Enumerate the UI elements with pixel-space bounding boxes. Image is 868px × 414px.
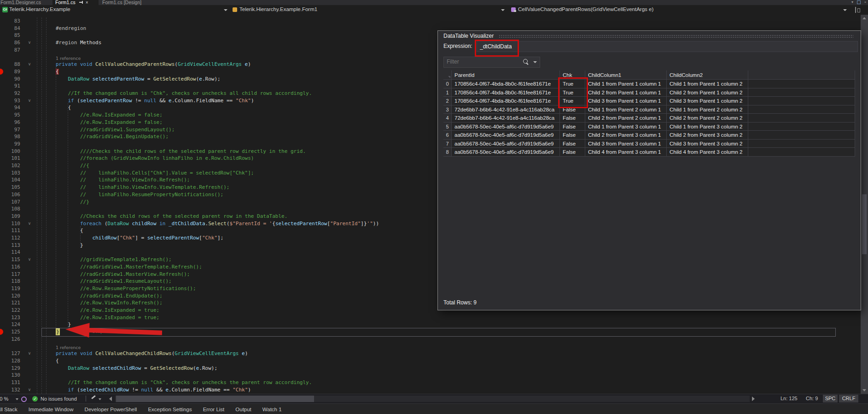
grid-cell[interactable]: False <box>560 148 585 157</box>
chevron-down-icon[interactable]: ▾ <box>851 0 854 4</box>
scrollbar-thumb[interactable] <box>862 194 867 254</box>
grid-header-cell[interactable] <box>443 70 452 80</box>
status-line-number[interactable]: Ln: 125 <box>781 396 798 401</box>
scroll-up-icon[interactable] <box>862 17 866 19</box>
grid-row[interactable]: 372de6bb7-b6b6-4c42-91e8-a4c116ab28caFal… <box>443 105 855 114</box>
grid-cell[interactable]: Child 2 from Parent 2 column 2 <box>667 114 748 122</box>
grid-cell[interactable]: 8 <box>443 148 452 157</box>
grid-cell[interactable]: Child 2 from Parent 3 column 2 <box>667 131 748 140</box>
search-icon[interactable] <box>523 59 528 64</box>
grid-cell[interactable]: aa0b5678-50ec-40e5-af6c-d7d919d5a6e9 <box>452 131 560 140</box>
code-cleanup-icon[interactable] <box>91 395 96 399</box>
issues-status[interactable]: No issues found <box>41 396 77 402</box>
panel-tab[interactable]: Error List <box>203 407 225 412</box>
grid-cell[interactable]: 1 <box>443 88 452 97</box>
editor-vertical-scrollbar[interactable] <box>861 15 868 394</box>
grid-cell[interactable]: Child 3 from Parent 1 column 1 <box>585 97 667 105</box>
close-icon[interactable]: × <box>86 0 88 5</box>
code-line[interactable]: 83 <box>0 17 861 25</box>
grid-cell[interactable]: Child 2 from Parent 2 column 1 <box>585 114 667 122</box>
grid-row[interactable]: 0170856c4-0f67-4bda-8b0c-f61fee81671eTru… <box>443 80 855 88</box>
grid-cell[interactable]: Child 1 from Parent 2 column 2 <box>667 105 748 114</box>
panel-tab[interactable]: Call Stack <box>0 407 17 412</box>
grid-cell[interactable] <box>748 131 855 140</box>
document-tab[interactable]: Form1.Designer.cs <box>0 0 52 5</box>
type-dropdown[interactable]: Telerik.Hierarchy.Example.Form1 <box>230 5 509 15</box>
status-column-number[interactable]: Ch: 9 <box>806 396 818 401</box>
panel-tab[interactable]: Developer PowerShell <box>85 407 137 412</box>
grid-cell[interactable]: Child 3 from Parent 3 column 1 <box>585 140 667 148</box>
grid-row[interactable]: 6aa0b5678-50ec-40e5-af6c-d7d919d5a6e9Fal… <box>443 131 855 140</box>
grid-row[interactable]: 1170856c4-0f67-4bda-8b0c-f61fee81671eTru… <box>443 88 855 97</box>
scrollbar-thumb[interactable] <box>116 396 314 402</box>
grid-header-cell[interactable]: ChildColumn1 <box>585 70 667 80</box>
window-list-icon[interactable] <box>857 0 861 4</box>
grid-cell[interactable] <box>748 140 855 148</box>
grid-cell[interactable]: Child 1 from Parent 2 column 1 <box>585 105 667 114</box>
grid-cell[interactable] <box>748 88 855 97</box>
codelens-row[interactable]: 1 reference <box>0 343 861 350</box>
grid-cell[interactable]: False <box>560 122 585 131</box>
grid-cell[interactable]: Child 2 from Parent 1 column 1 <box>585 88 667 97</box>
horizontal-scrollbar[interactable] <box>115 396 750 402</box>
filter-input[interactable] <box>444 57 523 66</box>
panel-tab[interactable]: Watch 1 <box>262 407 282 412</box>
grid-cell[interactable]: Child 1 from Parent 1 column 2 <box>667 80 748 88</box>
chevron-down-icon[interactable] <box>16 398 18 400</box>
code-line[interactable]: 123 //e.Row.IsExpanded = true; <box>0 314 861 321</box>
project-dropdown[interactable]: C# Telerik.Hierarchy.Example <box>0 5 230 15</box>
grid-cell[interactable]: 5 <box>443 122 452 131</box>
grid-cell[interactable]: 170856c4-0f67-4bda-8b0c-f61fee81671e <box>452 97 560 105</box>
scroll-left-icon[interactable] <box>109 397 112 401</box>
panel-tab[interactable]: Exception Settings <box>148 407 192 412</box>
grid-cell[interactable]: False <box>560 114 585 122</box>
grid-cell[interactable]: False <box>560 131 585 140</box>
grid-cell[interactable] <box>748 97 855 105</box>
code-line[interactable]: 131 //If the changed column is "Chk", ch… <box>0 379 861 386</box>
document-tab[interactable]: Form1.cs× <box>52 0 99 5</box>
grid-cell[interactable]: aa0b5678-50ec-40e5-af6c-d7d919d5a6e9 <box>452 122 560 131</box>
grid-cell[interactable]: Child 3 from Parent 3 column 2 <box>667 140 748 148</box>
panel-tab[interactable]: Immediate Window <box>29 407 74 412</box>
grid-row[interactable]: 8aa0b5678-50ec-40e5-af6c-d7d919d5a6e9Fal… <box>443 148 855 157</box>
grid-cell[interactable]: Child 1 from Parent 3 column 1 <box>585 122 667 131</box>
member-dropdown[interactable]: CellValueChangedParentRows(GridViewCellE… <box>509 5 853 15</box>
panel-tab[interactable]: Output <box>235 407 251 412</box>
grid-cell[interactable] <box>748 122 855 131</box>
grid-cell[interactable]: 72de6bb7-b6b6-4c42-91e8-a4c116ab28ca <box>452 114 560 122</box>
grid-cell[interactable]: 170856c4-0f67-4bda-8b0c-f61fee81671e <box>452 80 560 88</box>
status-spaces-toggle[interactable]: SPC <box>823 395 838 402</box>
grid-cell[interactable]: aa0b5678-50ec-40e5-af6c-d7d919d5a6e9 <box>452 148 560 157</box>
status-line-ending-toggle[interactable]: CRLF <box>839 395 858 402</box>
pin-icon[interactable] <box>79 0 83 4</box>
code-line[interactable]: 127∨ private void CellValueChangedChildR… <box>0 350 861 357</box>
grid-cell[interactable]: 170856c4-0f67-4bda-8b0c-f61fee81671e <box>452 88 560 97</box>
grid-cell[interactable]: 72de6bb7-b6b6-4c42-91e8-a4c116ab28ca <box>452 105 560 114</box>
grid-cell[interactable]: 0 <box>443 80 452 88</box>
grid-cell[interactable]: Child 2 from Parent 3 column 1 <box>585 131 667 140</box>
grid-cell[interactable] <box>748 105 855 114</box>
code-health-icon[interactable] <box>21 397 27 402</box>
grid-cell[interactable]: Child 1 from Parent 1 column 1 <box>585 80 667 88</box>
grid-cell[interactable]: Child 2 from Parent 1 column 2 <box>667 88 748 97</box>
grid-cell[interactable]: Child 4 from Parent 3 column 2 <box>667 148 748 157</box>
grid-header-cell[interactable] <box>748 70 855 80</box>
code-line[interactable]: 132∨ if (selectedChildRow != null && e.C… <box>0 386 861 394</box>
grid-cell[interactable]: Child 4 from Parent 3 column 1 <box>585 148 667 157</box>
code-line[interactable]: 128 { <box>0 357 861 365</box>
grid-cell[interactable] <box>748 80 855 88</box>
grid-row[interactable]: 2170856c4-0f67-4bda-8b0c-f61fee81671eTru… <box>443 97 855 105</box>
grid-cell[interactable]: 2 <box>443 97 452 105</box>
scroll-down-icon[interactable] <box>862 389 866 391</box>
document-tab[interactable]: Form1.cs [Design] <box>99 0 154 5</box>
data-grid[interactable]: ParentIdChkChildColumn1ChildColumn201708… <box>443 70 855 196</box>
split-window-handle[interactable] <box>854 7 860 13</box>
expression-input[interactable] <box>477 41 858 52</box>
scroll-right-icon[interactable] <box>752 397 755 401</box>
grid-cell[interactable]: False <box>560 140 585 148</box>
chevron-down-icon[interactable] <box>533 61 537 63</box>
grid-cell[interactable]: 7 <box>443 140 452 148</box>
close-icon[interactable]: × <box>863 0 867 4</box>
grid-cell[interactable]: Child 1 from Parent 3 column 2 <box>667 122 748 131</box>
titlebar-drag-texture[interactable] <box>499 35 853 38</box>
